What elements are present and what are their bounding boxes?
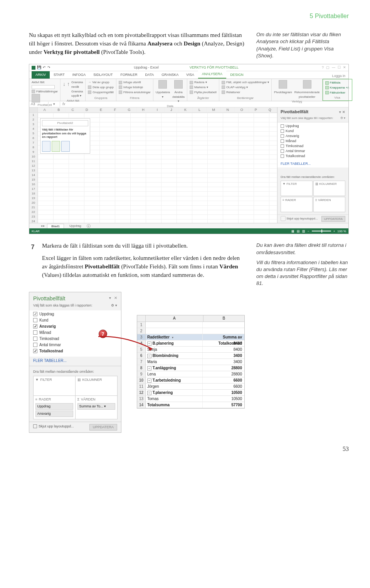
- tab-start[interactable]: START: [50, 71, 69, 79]
- field-item[interactable]: Uppdrag: [33, 311, 117, 317]
- row-header[interactable]: 9: [29, 150, 37, 154]
- table-row[interactable]: 7 Maria3400: [137, 359, 244, 365]
- figpane-controls[interactable]: ▾ ✕: [109, 295, 117, 301]
- tab-analysera[interactable]: ANALYSERA: [198, 70, 226, 79]
- row-header[interactable]: 22: [29, 210, 37, 214]
- drill-down-icon[interactable]: ↓: [63, 80, 66, 98]
- col-header-b[interactable]: B: [204, 315, 244, 322]
- sheet-nav-icon[interactable]: ◂ ▸: [41, 224, 45, 228]
- name-box[interactable]: A3: [29, 102, 49, 107]
- row-item-ansvarig[interactable]: Ansvarig: [35, 410, 73, 417]
- row-header[interactable]: 7: [29, 141, 37, 145]
- pane-menu-icon[interactable]: ▾ ✕: [339, 110, 345, 115]
- table-row[interactable]: 3Radetiketter ▾Summa av Totalkostnad: [137, 334, 244, 340]
- row-header[interactable]: 8: [29, 145, 37, 150]
- area-rows[interactable]: ≡ RADER: [281, 197, 313, 212]
- field-item[interactable]: Antal timmar: [281, 149, 345, 154]
- field-item[interactable]: Kund: [281, 129, 345, 134]
- recommended-icon[interactable]: [303, 80, 311, 89]
- tab-infoga[interactable]: INFOGA: [69, 71, 90, 79]
- update-button[interactable]: UPPDATERA: [321, 216, 345, 222]
- col-header[interactable]: P: [249, 107, 263, 112]
- area-columns[interactable]: ▥ KOLUMNER: [313, 181, 345, 196]
- headers-btn[interactable]: Fältrubriker: [330, 90, 345, 95]
- recommended-btn[interactable]: Rekommenderade pivottabeller: [294, 90, 320, 99]
- table-row[interactable]: 4−B.planering8400: [137, 340, 244, 347]
- select-btn[interactable]: Markera ▾: [194, 85, 208, 90]
- figpane-area-rows[interactable]: ≡ RADER Uppdrag Ansvarig: [33, 395, 76, 419]
- col-header[interactable]: G: [122, 107, 136, 112]
- col-header[interactable]: J: [165, 107, 179, 112]
- table-row[interactable]: 12−T.planering10500: [137, 390, 244, 396]
- row-header[interactable]: 1: [29, 113, 37, 117]
- col-header[interactable]: N: [221, 107, 235, 112]
- row-header[interactable]: 15: [29, 178, 37, 182]
- move-pivot-btn[interactable]: Flytta pivottabell: [194, 90, 217, 95]
- gear-icon[interactable]: ⚙ ▾: [340, 116, 345, 121]
- more-tables-link[interactable]: FLER TABELLER...: [281, 161, 345, 166]
- field-item[interactable]: Totalkostnad: [33, 348, 117, 354]
- defer-layout-checkbox[interactable]: Skjut upp layoutuppd...: [286, 216, 318, 220]
- sheet-tab-uppdrag[interactable]: Uppdrag: [66, 224, 84, 228]
- table-row[interactable]: 9 Lena28800: [137, 371, 244, 377]
- table-row[interactable]: 14Totalsumma57700: [137, 402, 244, 408]
- col-header[interactable]: M: [207, 107, 221, 112]
- field-item[interactable]: Ansvarig: [33, 323, 117, 330]
- zoom-in-icon[interactable]: +: [333, 229, 335, 234]
- row-header[interactable]: 21: [29, 205, 37, 210]
- drill-up-icon[interactable]: ↑: [67, 80, 70, 98]
- defer-checkbox-2[interactable]: [33, 424, 37, 428]
- view-break-icon[interactable]: ▧: [302, 229, 305, 234]
- col-header[interactable]: F: [108, 107, 123, 112]
- relations-btn[interactable]: Relationer: [226, 90, 240, 95]
- figpane-area-columns[interactable]: ▥ KOLUMNER: [75, 376, 118, 396]
- field-item[interactable]: Månad: [281, 139, 345, 144]
- refresh-btn[interactable]: Uppdatera ▾: [156, 90, 170, 99]
- zoom-out-icon[interactable]: −: [308, 229, 309, 234]
- row-header[interactable]: 3: [29, 122, 37, 127]
- tab-arkiv[interactable]: ARKIV: [32, 71, 50, 79]
- col-header[interactable]: O: [235, 107, 249, 112]
- row-header[interactable]: 12: [29, 164, 37, 168]
- login-link[interactable]: Logga in: [332, 74, 348, 79]
- pivotchart-icon[interactable]: [279, 80, 287, 89]
- row-item-uppdrag[interactable]: Uppdrag: [35, 403, 73, 410]
- figpane-gear-icon[interactable]: ⚙ ▾: [111, 303, 117, 308]
- row-header[interactable]: 2: [29, 117, 37, 122]
- tab-granska[interactable]: GRANSKA: [158, 71, 182, 79]
- row-header[interactable]: 17: [29, 187, 37, 191]
- figpane-area-filter[interactable]: ▼ FILTER: [33, 376, 76, 396]
- tab-formler[interactable]: FORMLER: [117, 71, 141, 79]
- row-header[interactable]: 13: [29, 168, 37, 173]
- insert-slicer-btn[interactable]: Infoga utsnitt: [123, 80, 141, 85]
- col-header[interactable]: L: [193, 107, 207, 112]
- pivotchart-btn[interactable]: Pivotdiagram: [274, 90, 292, 95]
- col-header[interactable]: I: [150, 107, 165, 112]
- change-source-icon[interactable]: [174, 80, 183, 89]
- table-row[interactable]: 2: [137, 328, 244, 334]
- sheet-tab-blad1[interactable]: Blad1: [47, 224, 64, 229]
- row-header[interactable]: 11: [29, 159, 37, 164]
- zoom-value[interactable]: 100 %: [337, 229, 346, 234]
- new-sheet-icon[interactable]: +: [87, 224, 91, 228]
- row-header[interactable]: 14: [29, 173, 37, 178]
- col-header[interactable]: C: [66, 107, 80, 112]
- field-item[interactable]: Antal timmar: [33, 342, 117, 348]
- row-header[interactable]: 19: [29, 196, 37, 201]
- field-item[interactable]: Timkostnad: [281, 144, 345, 149]
- row-header[interactable]: 6: [29, 136, 37, 141]
- field-item[interactable]: Ansvarig: [281, 134, 345, 139]
- buttons-btn[interactable]: Knapparna +/-: [330, 85, 350, 90]
- field-item[interactable]: Totalkostnad: [281, 154, 345, 159]
- olap-tools-btn[interactable]: OLAP-verktyg ▾: [226, 85, 248, 90]
- change-source-btn[interactable]: Ändra datakälla ▾: [172, 90, 185, 104]
- row-header[interactable]: 24: [29, 219, 37, 223]
- pivot-icon[interactable]: [32, 94, 40, 102]
- table-row[interactable]: 8−T.anläggning28800: [137, 365, 244, 371]
- row-header[interactable]: 10: [29, 154, 37, 159]
- col-header[interactable]: Q: [263, 107, 278, 112]
- row-header[interactable]: 18: [29, 191, 37, 196]
- tab-design[interactable]: DESIGN: [226, 71, 247, 79]
- clear-btn[interactable]: Radera ▾: [194, 80, 207, 85]
- fieldlist-btn[interactable]: Fältlista: [330, 80, 341, 85]
